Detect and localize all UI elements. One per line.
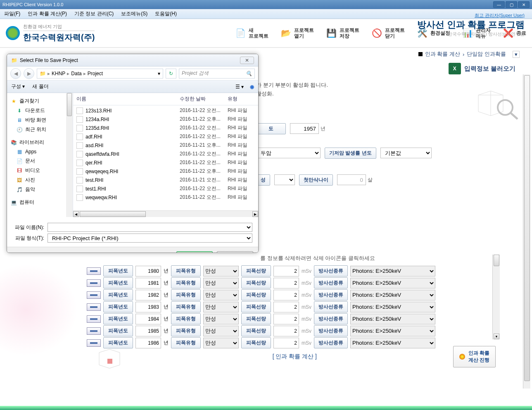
col-name[interactable]: 이름 bbox=[76, 95, 180, 102]
exposure-dose-input[interactable]: 2 bbox=[273, 314, 299, 324]
exposure-dose-input[interactable]: 2 bbox=[273, 302, 299, 312]
row-delete-button[interactable] bbox=[87, 315, 101, 323]
file-row[interactable]: qewqeqeq.RHI2016-11-22 오후...RHI 파일 bbox=[76, 167, 255, 176]
nav-forward-button[interactable]: ▶ bbox=[24, 68, 34, 79]
exposure-dose-input[interactable]: 2 bbox=[273, 326, 299, 336]
table-scrollbar[interactable]: ▲ ▼ bbox=[492, 255, 500, 339]
new-folder-button[interactable]: 새 폴더 bbox=[32, 83, 48, 90]
refresh-button[interactable]: ↻ bbox=[166, 69, 176, 79]
col-type[interactable]: 유형 bbox=[228, 95, 255, 102]
file-row[interactable]: asd.RHI2016-11-21 오후...RHI 파일 bbox=[76, 141, 255, 150]
row-delete-button[interactable] bbox=[87, 291, 101, 299]
close-project-button[interactable]: 🚫 프로젝트 닫기 bbox=[370, 26, 405, 40]
sidebar-favorites[interactable]: ★즐겨찾기 bbox=[10, 96, 70, 106]
file-row[interactable]: qaseffdwfa.RHI2016-11-22 오전...RHI 파일 bbox=[76, 150, 255, 158]
sidebar-downloads[interactable]: ⬇다운로드 bbox=[10, 106, 70, 115]
menu-standard[interactable]: 기준 정보 관리(C) bbox=[74, 10, 114, 17]
radiation-type-select[interactable]: Photons: E>250keV bbox=[350, 326, 435, 336]
exposure-year-input[interactable]: 1981 bbox=[135, 278, 161, 288]
file-row[interactable]: weqweqw.RHI2016-11-22 오전...RHI 파일 bbox=[76, 193, 255, 202]
exposure-dose-input[interactable]: 2 bbox=[273, 278, 299, 288]
file-row[interactable]: test1.RHI2016-11-22 오전...RHI 파일 bbox=[76, 184, 255, 193]
dialog-close-button[interactable]: ✕ bbox=[240, 57, 254, 64]
maximize-button[interactable]: ▢ bbox=[506, 1, 517, 8]
exposure-year-input[interactable]: 1984 bbox=[135, 314, 161, 324]
file-row[interactable]: 123s13.RHI2016-11-22 오전...RHI 파일 bbox=[76, 106, 255, 115]
file-row[interactable]: qer.RHI2016-11-22 오전...RHI 파일 bbox=[76, 158, 255, 167]
sidebar-scroll-thumb[interactable] bbox=[67, 93, 72, 116]
row-delete-button[interactable] bbox=[87, 327, 101, 335]
first-menarche-input[interactable] bbox=[337, 174, 366, 185]
superuser-link[interactable]: 최고 관리자(Super User) bbox=[417, 12, 525, 19]
sidebar-documents[interactable]: 📄문서 bbox=[10, 156, 70, 166]
radiation-type-select[interactable]: Photons: E>250keV bbox=[350, 266, 435, 277]
cancer-site-select[interactable]: 두암 bbox=[256, 148, 321, 158]
exposure-type-select[interactable]: 만성 bbox=[203, 326, 239, 336]
row-delete-button[interactable] bbox=[87, 267, 101, 275]
run-calculation-button[interactable]: 인과 확률 계산 진행 bbox=[453, 346, 496, 367]
hscroll-right-icon[interactable]: ▶ bbox=[252, 211, 258, 217]
exposure-type-select[interactable]: 만성 bbox=[203, 302, 239, 312]
search-box[interactable]: Project 검색 🔍 bbox=[179, 69, 255, 79]
exposure-year-input[interactable]: 1980 bbox=[135, 266, 161, 277]
menu-file[interactable]: 파일(F) bbox=[4, 10, 20, 17]
help-button[interactable]: ◉ bbox=[250, 84, 254, 90]
exposure-year-input[interactable]: 1982 bbox=[135, 290, 161, 300]
sidebar-pictures[interactable]: 🖼사진 bbox=[10, 175, 70, 185]
exposure-type-select[interactable]: 만성 bbox=[203, 290, 239, 300]
sidebar-apps[interactable]: ▦Apps bbox=[10, 147, 70, 156]
birth-year-input[interactable] bbox=[290, 123, 319, 134]
hscroll-left-icon[interactable]: ◀ bbox=[73, 211, 79, 217]
import-button[interactable]: 입력정보 불러오기 bbox=[464, 65, 515, 73]
cancel-button[interactable]: 취소 bbox=[217, 251, 253, 253]
path-seg-3[interactable]: Project bbox=[88, 71, 103, 76]
exposure-dose-input[interactable]: 2 bbox=[273, 290, 299, 300]
filetype-select[interactable]: RHI-PC Project File (*.RHI) bbox=[48, 234, 252, 243]
sidebar-video[interactable]: 🎞비디오 bbox=[10, 166, 70, 175]
minimize-button[interactable]: — bbox=[493, 1, 505, 8]
sidebar-computer[interactable]: 💻컴퓨터 bbox=[10, 198, 70, 207]
sidebar-music[interactable]: 🎵음악 bbox=[10, 185, 70, 194]
row-delete-button[interactable] bbox=[87, 279, 101, 287]
exposure-type-select[interactable]: 만성 bbox=[203, 278, 239, 288]
sidebar-desktop[interactable]: 🖥바탕 화면 bbox=[10, 115, 70, 125]
sidebar-library[interactable]: 📚라이브러리 bbox=[10, 138, 70, 147]
file-row[interactable]: test.RHI2016-11-21 오전...RHI 파일 bbox=[76, 176, 255, 184]
new-project-button[interactable]: 📄 새 프로젝트 bbox=[234, 26, 268, 40]
address-bar[interactable]: 📁 ▸ KHNP ▸ Data ▸ Project ▾ bbox=[37, 69, 163, 79]
file-list-hscroll[interactable]: ◀ ▶ bbox=[73, 210, 258, 217]
breadcrumb-item-1[interactable]: 인과 확률 계산 bbox=[425, 50, 460, 58]
menu-help[interactable]: 도움말(H) bbox=[155, 10, 177, 17]
exposure-year-input[interactable]: 1985 bbox=[135, 326, 161, 336]
exposure-year-input[interactable]: 1983 bbox=[135, 302, 161, 312]
path-seg-1[interactable]: KHNP bbox=[52, 71, 65, 76]
hscroll-thumb[interactable] bbox=[80, 211, 146, 217]
scrollbar-thumb[interactable] bbox=[494, 255, 499, 266]
file-row[interactable]: 1234a.RHI2016-11-22 오후...RHI 파일 bbox=[76, 115, 255, 124]
page-scrollbar[interactable] bbox=[523, 74, 530, 389]
save-project-button[interactable]: 💾 프로젝트 저장 bbox=[325, 26, 359, 40]
file-row[interactable]: 1235d.RHI2016-11-22 오전...RHI 파일 bbox=[76, 124, 255, 132]
scroll-down-icon[interactable]: ▼ bbox=[494, 334, 499, 339]
row-delete-button[interactable] bbox=[87, 303, 101, 311]
nav-back-button[interactable]: ◀ bbox=[10, 68, 21, 79]
menu-calc[interactable]: 인과 확률 계산(P) bbox=[28, 10, 67, 17]
page-scrollbar-thumb[interactable] bbox=[524, 75, 530, 381]
save-button[interactable]: 저장(S) bbox=[176, 251, 213, 253]
exposure-dose-input[interactable]: 2 bbox=[273, 266, 299, 277]
col-date[interactable]: 수정한 날짜 bbox=[180, 95, 228, 102]
address-dropdown-icon[interactable]: ▾ bbox=[158, 71, 160, 76]
sex-select[interactable] bbox=[274, 174, 295, 185]
view-mode-button[interactable]: ☰ ▾ bbox=[233, 83, 246, 91]
radiation-type-select[interactable]: Photons: E>250keV bbox=[350, 290, 435, 300]
radiation-type-select[interactable]: Photons: E>250keV bbox=[350, 278, 435, 288]
breadcrumb-item-2[interactable]: 단일암 인과확률 bbox=[467, 50, 506, 58]
open-project-button[interactable]: 📂 프로젝트 열기 bbox=[279, 26, 314, 40]
base-year-select[interactable]: 기본값 bbox=[380, 148, 432, 158]
path-seg-2[interactable]: Data bbox=[71, 71, 81, 76]
close-button[interactable]: ✕ bbox=[518, 1, 530, 8]
sidebar-scrollbar[interactable] bbox=[66, 93, 73, 217]
radiation-type-select[interactable]: Photons: E>250keV bbox=[350, 302, 435, 312]
exposure-type-select[interactable]: 만성 bbox=[203, 314, 239, 324]
radiation-type-select[interactable]: Photons: E>250keV bbox=[350, 314, 435, 324]
